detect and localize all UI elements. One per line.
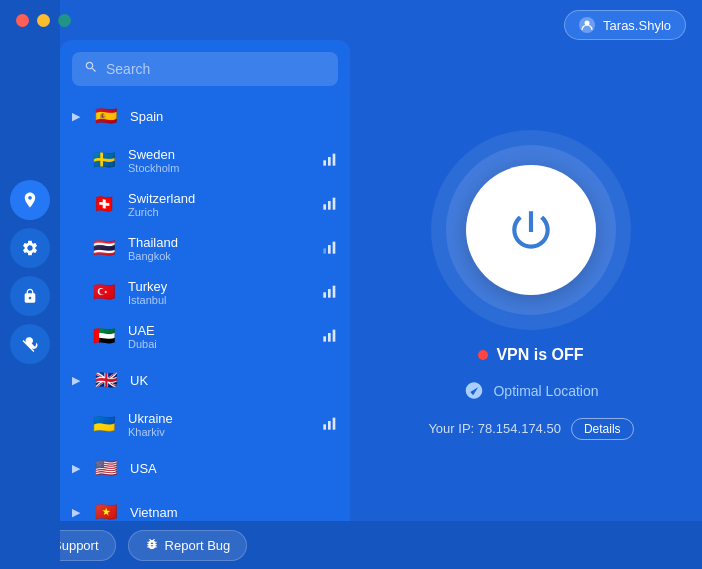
bottom-bar: Support Report Bug (0, 521, 702, 569)
sidebar-item-location[interactable] (10, 180, 50, 220)
svg-rect-4 (323, 204, 326, 209)
sidebar (0, 0, 60, 569)
svg-rect-6 (333, 197, 336, 209)
svg-rect-16 (323, 424, 326, 429)
country-name: Thailand (128, 235, 312, 250)
svg-rect-11 (328, 289, 331, 298)
user-button[interactable]: Taras.Shylo (564, 10, 686, 40)
country-info: Ukraine Kharkiv (128, 411, 312, 438)
ip-label: Your IP: 78.154.174.50 (428, 421, 561, 436)
city-name: Zurich (128, 206, 312, 218)
country-name: UK (130, 373, 338, 388)
list-item[interactable]: 🇹🇷 Turkey Istanbul (60, 270, 350, 314)
chevron-icon: ▶ (72, 462, 80, 475)
search-bar (72, 52, 338, 86)
vpn-status-label: VPN is OFF (496, 346, 583, 364)
country-info: USA (130, 461, 338, 476)
sidebar-item-settings[interactable] (10, 228, 50, 268)
power-container (431, 130, 631, 330)
svg-rect-15 (333, 329, 336, 341)
power-button[interactable] (466, 165, 596, 295)
city-name: Dubai (128, 338, 312, 350)
svg-rect-3 (333, 153, 336, 165)
country-info: Thailand Bangkok (128, 235, 312, 262)
signal-icon (322, 283, 338, 302)
country-name: Ukraine (128, 411, 312, 426)
country-flag: 🇦🇪 (90, 322, 118, 350)
country-flag: 🇨🇭 (90, 190, 118, 218)
city-name: Kharkiv (128, 426, 312, 438)
country-name: UAE (128, 323, 312, 338)
list-item[interactable]: 🇺🇦 Ukraine Kharkiv (60, 402, 350, 446)
list-item[interactable]: ▶ 🇬🇧 UK (60, 358, 350, 402)
country-list: ▶ 🇪🇸 Spain 🇸🇪 Sweden Stockholm 🇨🇭 (60, 94, 350, 540)
city-name: Stockholm (128, 162, 312, 174)
bug-icon (145, 537, 159, 554)
svg-rect-17 (328, 421, 331, 430)
city-name: Bangkok (128, 250, 312, 262)
signal-icon (322, 151, 338, 170)
country-info: Spain (130, 109, 338, 124)
optimal-location[interactable]: Optimal Location (463, 380, 598, 402)
svg-rect-10 (323, 292, 326, 297)
list-item[interactable]: ▶ 🇪🇸 Spain (60, 94, 350, 138)
window-controls (16, 14, 71, 27)
country-name: Sweden (128, 147, 312, 162)
country-flag: 🇬🇧 (92, 366, 120, 394)
svg-rect-12 (333, 285, 336, 297)
country-flag: 🇹🇷 (90, 278, 118, 306)
country-name: Spain (130, 109, 338, 124)
country-name: USA (130, 461, 338, 476)
details-button[interactable]: Details (571, 418, 634, 440)
country-info: Sweden Stockholm (128, 147, 312, 174)
list-item[interactable]: 🇨🇭 Switzerland Zurich (60, 182, 350, 226)
country-flag: 🇺🇦 (90, 410, 118, 438)
country-name: Switzerland (128, 191, 312, 206)
list-item[interactable]: ▶ 🇺🇸 USA (60, 446, 350, 490)
list-item[interactable]: 🇸🇪 Sweden Stockholm (60, 138, 350, 182)
signal-icon (322, 195, 338, 214)
country-flag: 🇹🇭 (90, 234, 118, 262)
country-info: Switzerland Zurich (128, 191, 312, 218)
signal-icon (322, 415, 338, 434)
country-info: UK (130, 373, 338, 388)
list-item[interactable]: 🇦🇪 UAE Dubai (60, 314, 350, 358)
maximize-button[interactable] (58, 14, 71, 27)
report-bug-label: Report Bug (165, 538, 231, 553)
close-button[interactable] (16, 14, 29, 27)
country-name: Vietnam (130, 505, 338, 520)
svg-rect-2 (328, 157, 331, 166)
vpn-status: VPN is OFF (478, 346, 583, 364)
report-bug-button[interactable]: Report Bug (128, 530, 248, 561)
svg-rect-18 (333, 417, 336, 429)
sidebar-item-block[interactable] (10, 324, 50, 364)
optimal-location-label: Optimal Location (493, 383, 598, 399)
country-name: Turkey (128, 279, 312, 294)
country-flag: 🇺🇸 (92, 454, 120, 482)
country-info: UAE Dubai (128, 323, 312, 350)
country-flag: 🇪🇸 (92, 102, 120, 130)
svg-rect-7 (323, 248, 326, 253)
sidebar-item-lock[interactable] (10, 276, 50, 316)
status-dot (478, 350, 488, 360)
signal-icon (322, 239, 338, 258)
city-name: Istanbul (128, 294, 312, 306)
user-icon (579, 17, 595, 33)
svg-rect-5 (328, 201, 331, 210)
svg-rect-14 (328, 333, 331, 342)
search-icon (84, 60, 98, 78)
svg-rect-9 (333, 241, 336, 253)
search-input[interactable] (106, 61, 326, 77)
country-panel: ▶ 🇪🇸 Spain 🇸🇪 Sweden Stockholm 🇨🇭 (60, 40, 350, 540)
main-panel: VPN is OFF Optimal Location Your IP: 78.… (360, 40, 702, 529)
ip-row: Your IP: 78.154.174.50 Details (428, 418, 633, 440)
chevron-icon: ▶ (72, 374, 80, 387)
chevron-icon: ▶ (72, 506, 80, 519)
username-label: Taras.Shylo (603, 18, 671, 33)
svg-rect-8 (328, 245, 331, 254)
svg-rect-13 (323, 336, 326, 341)
country-flag: 🇸🇪 (90, 146, 118, 174)
list-item[interactable]: 🇹🇭 Thailand Bangkok (60, 226, 350, 270)
minimize-button[interactable] (37, 14, 50, 27)
country-info: Turkey Istanbul (128, 279, 312, 306)
